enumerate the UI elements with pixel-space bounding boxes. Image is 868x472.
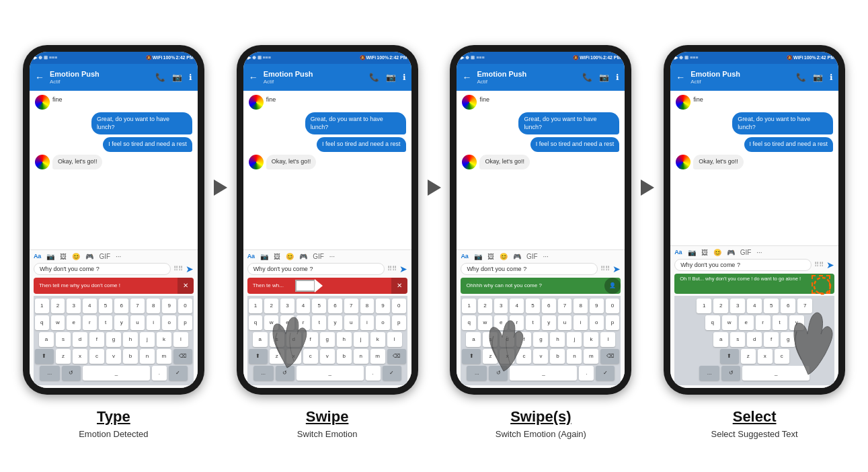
key-del-2[interactable]: ⌫ xyxy=(387,349,406,364)
key-del-1[interactable]: ⌫ xyxy=(173,349,192,364)
key-enter-1[interactable]: ✓ xyxy=(169,366,188,381)
info-icon-1[interactable]: ℹ xyxy=(189,73,192,82)
key-s-4[interactable]: s xyxy=(730,332,745,347)
key-d-4[interactable]: d xyxy=(747,332,762,347)
key-n-3[interactable]: n xyxy=(567,349,582,364)
key-w-4[interactable]: w xyxy=(722,315,737,330)
key-sym-1[interactable]: ... xyxy=(40,366,60,381)
key-y-2[interactable]: y xyxy=(328,315,342,330)
key-e-3[interactable]: e xyxy=(494,315,508,330)
game-icon-3[interactable]: 🎮 xyxy=(513,253,521,260)
key-8-1[interactable]: 8 xyxy=(147,299,161,313)
key-0-3[interactable]: 0 xyxy=(606,299,620,313)
key-t-4[interactable]: t xyxy=(773,315,787,330)
key-w-3[interactable]: w xyxy=(478,315,492,330)
key-f-2[interactable]: f xyxy=(303,332,318,347)
key-c-4[interactable]: c xyxy=(775,349,789,364)
camera-icon-4[interactable]: 📷 xyxy=(688,249,696,256)
video-icon-2[interactable]: 📷 xyxy=(386,73,396,82)
message-input-4[interactable]: Why don't you come ? xyxy=(674,259,812,271)
more-icon-3[interactable]: ··· xyxy=(543,253,549,260)
key-sym-3[interactable]: ... xyxy=(467,366,487,381)
emoji-icon-4[interactable]: 😊 xyxy=(713,249,721,256)
key-z-4[interactable]: z xyxy=(741,349,756,364)
key-period-1[interactable]: . xyxy=(152,366,167,381)
key-z-1[interactable]: z xyxy=(56,349,71,364)
key-0-2[interactable]: 0 xyxy=(392,299,406,313)
key-undo-4[interactable]: ↺ xyxy=(721,366,740,381)
suggestion-bar-2[interactable]: Then te wh... ✕ xyxy=(247,278,407,294)
key-q-2[interactable]: q xyxy=(249,315,263,330)
key-v-1[interactable]: v xyxy=(106,349,121,364)
key-j-3[interactable]: j xyxy=(567,332,582,347)
key-r-1[interactable]: r xyxy=(83,315,97,330)
suggestion-bar-1[interactable]: Then tell me why you don't come ! ✕ xyxy=(34,278,194,294)
suggestion-bar-3[interactable]: Ohhhh why can not you come ? 👤 xyxy=(461,278,621,294)
send-button-2[interactable]: ➤ xyxy=(399,264,407,274)
key-2-3[interactable]: 2 xyxy=(478,299,492,313)
key-space-2[interactable]: _ xyxy=(297,366,364,381)
key-k-3[interactable]: k xyxy=(584,332,598,347)
key-s-2[interactable]: s xyxy=(270,332,284,347)
key-m-3[interactable]: m xyxy=(584,349,598,364)
back-button-2[interactable]: ← xyxy=(249,72,258,83)
video-icon-1[interactable]: 📷 xyxy=(172,73,182,82)
gif-icon-1[interactable]: GIF xyxy=(99,253,110,260)
key-d-3[interactable]: d xyxy=(500,332,514,347)
key-9-1[interactable]: 9 xyxy=(162,299,176,313)
key-p-3[interactable]: p xyxy=(606,315,620,330)
key-8-2[interactable]: 8 xyxy=(360,299,374,313)
key-n-1[interactable]: n xyxy=(140,349,155,364)
key-space-3[interactable]: _ xyxy=(510,366,577,381)
key-r-4[interactable]: r xyxy=(756,315,771,330)
image-icon-1[interactable]: 🖼 xyxy=(60,253,67,260)
key-y-3[interactable]: y xyxy=(542,315,556,330)
key-1-2[interactable]: 1 xyxy=(249,299,263,313)
gif-icon-2[interactable]: GIF xyxy=(313,253,324,260)
key-j-2[interactable]: j xyxy=(354,332,368,347)
emoji-icon-1[interactable]: 😊 xyxy=(72,253,80,260)
key-h-1[interactable]: h xyxy=(123,332,138,347)
key-period-2[interactable]: . xyxy=(366,366,381,381)
key-5-1[interactable]: 5 xyxy=(99,299,113,313)
camera-icon-1[interactable]: 📷 xyxy=(46,253,54,260)
key-4-1[interactable]: 4 xyxy=(83,299,97,313)
key-5-3[interactable]: 5 xyxy=(526,299,540,313)
key-undo-2[interactable]: ↺ xyxy=(276,366,294,381)
key-space-1[interactable]: _ xyxy=(83,366,150,381)
key-5-2[interactable]: 5 xyxy=(312,299,326,313)
key-v-3[interactable]: v xyxy=(533,349,548,364)
key-4-3[interactable]: 4 xyxy=(510,299,524,313)
key-u-2[interactable]: u xyxy=(344,315,358,330)
key-p-1[interactable]: p xyxy=(178,315,192,330)
key-m-2[interactable]: m xyxy=(370,349,385,364)
video-icon-3[interactable]: 📷 xyxy=(599,73,609,82)
key-w-2[interactable]: w xyxy=(264,315,278,330)
key-7-4[interactable]: 7 xyxy=(797,299,812,313)
key-g-4[interactable]: g xyxy=(781,332,795,347)
key-sym-2[interactable]: ... xyxy=(253,366,274,381)
send-button-1[interactable]: ➤ xyxy=(186,264,194,274)
key-3-3[interactable]: 3 xyxy=(494,299,508,313)
key-6-1[interactable]: 6 xyxy=(114,299,128,313)
key-2-1[interactable]: 2 xyxy=(51,299,65,313)
message-input-2[interactable]: Why don't you come ? xyxy=(247,263,385,275)
key-d-1[interactable]: d xyxy=(73,332,87,347)
gif-icon-3[interactable]: GIF xyxy=(526,253,538,260)
key-4-2[interactable]: 4 xyxy=(297,299,311,313)
key-y-1[interactable]: y xyxy=(114,315,128,330)
key-u-1[interactable]: u xyxy=(130,315,145,330)
key-0-1[interactable]: 0 xyxy=(178,299,192,313)
key-e-2[interactable]: e xyxy=(280,315,294,330)
image-icon-4[interactable]: 🖼 xyxy=(701,249,708,256)
key-6-3[interactable]: 6 xyxy=(542,299,556,313)
key-7-3[interactable]: 7 xyxy=(558,299,572,313)
key-k-2[interactable]: k xyxy=(370,332,385,347)
key-e-1[interactable]: e xyxy=(67,315,81,330)
key-m-1[interactable]: m xyxy=(157,349,171,364)
key-sym-4[interactable]: ... xyxy=(699,366,719,381)
key-h-2[interactable]: h xyxy=(337,332,352,347)
more-icon-1[interactable]: ··· xyxy=(116,253,121,260)
game-icon-4[interactable]: 🎮 xyxy=(727,249,735,256)
key-7-2[interactable]: 7 xyxy=(344,299,358,313)
